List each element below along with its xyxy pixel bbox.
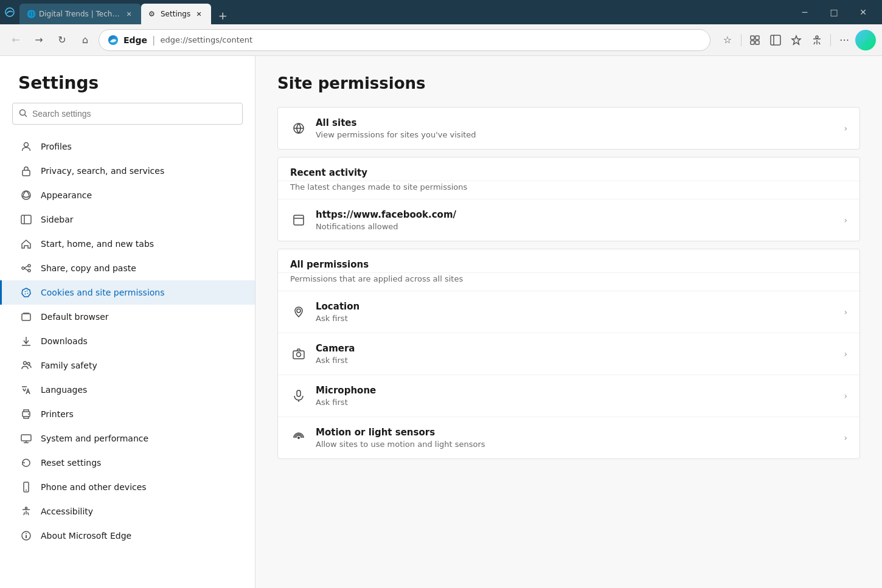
- sidebar-item-sidebar[interactable]: Sidebar: [0, 207, 255, 232]
- microphone-item[interactable]: MicrophoneAsk first›: [278, 375, 859, 417]
- tab-digitaltrends[interactable]: 🌐 Digital Trends | Tech News, Revie ✕: [19, 4, 141, 24]
- all-sites-item[interactable]: All sitesView permissions for sites you'…: [278, 108, 859, 149]
- minimize-button[interactable]: ─: [791, 4, 819, 21]
- profiles-icon: [20, 140, 32, 153]
- sidebar-item-privacy[interactable]: Privacy, search, and services: [0, 159, 255, 183]
- languages-icon: [20, 384, 32, 396]
- sidebar-item-cookies[interactable]: Cookies and site permissions: [0, 280, 255, 305]
- svg-rect-19: [22, 314, 30, 320]
- sidebar-item-start-home[interactable]: Start, home, and new tabs: [0, 232, 255, 256]
- toolbar-sep-1: [741, 34, 741, 46]
- more-tools-icon[interactable]: ⋯: [835, 30, 854, 50]
- card-all-sites: All sitesView permissions for sites you'…: [277, 107, 860, 150]
- svg-rect-14: [21, 215, 31, 224]
- svg-rect-2: [751, 36, 754, 40]
- sidebar-item-family-safety[interactable]: Family safety: [0, 353, 255, 378]
- svg-point-29: [26, 489, 27, 491]
- sidebar-item-phone[interactable]: Phone and other devices: [0, 475, 255, 499]
- camera-item-chevron-icon: ›: [844, 349, 847, 359]
- sidebar-item-downloads[interactable]: Downloads: [0, 329, 255, 353]
- downloads-icon: [20, 335, 32, 347]
- sidebar-item-default-browser[interactable]: Default browser: [0, 305, 255, 329]
- svg-rect-25: [21, 435, 31, 441]
- collections-icon[interactable]: [745, 30, 765, 50]
- address-bar[interactable]: Edge | edge://settings/content: [99, 29, 710, 51]
- camera-item-icon: [290, 345, 307, 362]
- svg-rect-12: [23, 170, 30, 176]
- tab-digitaltrends-label: Digital Trends | Tech News, Revie: [39, 10, 120, 18]
- phone-icon: [20, 481, 32, 493]
- microphone-item-chevron-icon: ›: [844, 391, 847, 401]
- sidebar-item-share-copy[interactable]: Share, copy and paste: [0, 256, 255, 280]
- new-tab-button[interactable]: +: [214, 6, 232, 24]
- settings-content: Site permissions All sitesView permissio…: [255, 56, 882, 588]
- share-copy-icon: [20, 262, 32, 274]
- system-icon: [20, 432, 32, 444]
- search-input[interactable]: [32, 109, 236, 119]
- svg-point-22: [27, 362, 30, 365]
- facebook-item[interactable]: https://www.facebook.com/Notifications a…: [278, 199, 859, 241]
- sidebar-item-accessibility[interactable]: Accessibility: [0, 499, 255, 524]
- motion-sensors-item[interactable]: Motion or light sensorsAllow sites to us…: [278, 417, 859, 458]
- svg-point-30: [26, 507, 27, 509]
- sidebar-item-about[interactable]: About Microsoft Edge: [0, 524, 255, 548]
- facebook-item-title: https://www.facebook.com/: [316, 209, 835, 220]
- card-recent-activity: Recent activityThe latest changes made t…: [277, 157, 860, 241]
- settings-search-box[interactable]: [12, 103, 243, 125]
- sidebar-item-system[interactable]: System and performance: [0, 426, 255, 451]
- forward-button[interactable]: →: [29, 30, 49, 50]
- start-home-icon: [20, 238, 32, 250]
- all-permissions-header-sub: Permissions that are applied across all …: [278, 273, 859, 291]
- camera-item-subtitle: Ask first: [316, 356, 835, 365]
- all-sites-item-icon: [290, 120, 307, 137]
- sidebar-item-label-family-safety: Family safety: [41, 361, 97, 370]
- accessibility-icon[interactable]: [807, 30, 827, 50]
- sidebar-item-profiles[interactable]: Profiles: [0, 134, 255, 159]
- svg-point-21: [24, 362, 27, 365]
- sidebar-item-reset[interactable]: Reset settings: [0, 451, 255, 475]
- browser-essentials-icon[interactable]: [787, 30, 806, 50]
- sidebar-item-label-privacy: Privacy, search, and services: [41, 166, 164, 176]
- camera-item[interactable]: CameraAsk first›: [278, 333, 859, 375]
- tab-settings-close[interactable]: ✕: [194, 9, 204, 19]
- home-button[interactable]: ⌂: [75, 30, 95, 50]
- sidebar-item-label-about: About Microsoft Edge: [41, 531, 131, 541]
- svg-rect-5: [755, 41, 759, 44]
- copilot-icon[interactable]: [855, 30, 876, 50]
- sidebar-item-label-accessibility: Accessibility: [41, 507, 93, 516]
- edge-app-icon: [5, 7, 15, 17]
- svg-rect-3: [755, 36, 759, 40]
- sidebar-item-languages[interactable]: Languages: [0, 378, 255, 402]
- location-item-chevron-icon: ›: [844, 307, 847, 317]
- favorites-icon[interactable]: ☆: [718, 30, 737, 50]
- back-button[interactable]: ←: [6, 30, 26, 50]
- svg-point-9: [20, 109, 26, 115]
- vertical-tabs-icon[interactable]: [766, 30, 785, 50]
- recent-activity-header-title: Recent activity: [278, 157, 859, 181]
- privacy-icon: [20, 165, 32, 177]
- microphone-item-subtitle: Ask first: [316, 398, 835, 407]
- cookies-icon: [20, 286, 32, 299]
- printers-icon: [20, 408, 32, 420]
- microphone-item-icon: [290, 387, 307, 404]
- tab-settings[interactable]: ⚙ Settings ✕: [141, 4, 211, 24]
- sidebar-item-printers[interactable]: Printers: [0, 402, 255, 426]
- sidebar-item-appearance[interactable]: Appearance: [0, 183, 255, 207]
- reset-icon: [20, 457, 32, 469]
- location-item[interactable]: LocationAsk first›: [278, 291, 859, 333]
- page-title: Site permissions: [277, 74, 860, 92]
- maximize-button[interactable]: □: [820, 4, 848, 21]
- tab-digitaltrends-close[interactable]: ✕: [124, 9, 134, 19]
- family-safety-icon: [20, 359, 32, 372]
- sidebar-item-label-appearance: Appearance: [41, 190, 92, 200]
- default-browser-icon: [20, 311, 32, 323]
- browser-brand: Edge: [123, 35, 147, 45]
- window-controls: ─ □ ✕: [791, 4, 877, 21]
- sidebar-item-label-start-home: Start, home, and new tabs: [41, 239, 154, 249]
- all-sites-item-subtitle: View permissions for sites you've visite…: [316, 130, 835, 139]
- titlebar-controls: [5, 7, 15, 17]
- camera-item-title: Camera: [316, 343, 835, 354]
- refresh-button[interactable]: ↻: [52, 30, 72, 50]
- close-button[interactable]: ✕: [849, 4, 877, 21]
- address-separator: |: [152, 34, 155, 46]
